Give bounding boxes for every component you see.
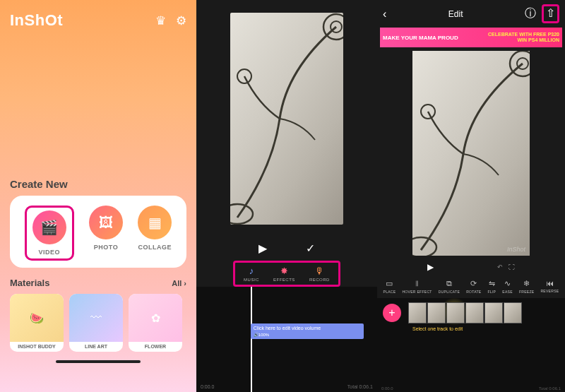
select-track-hint: Select one track to edit	[412, 326, 463, 331]
materials-all-link[interactable]: All ›	[172, 279, 186, 287]
tool-label: FLIP	[488, 290, 496, 294]
record-tab[interactable]: 🎙 RECORD	[309, 266, 330, 282]
svg-point-4	[510, 51, 530, 76]
share-button[interactable]: ⇧	[542, 4, 559, 23]
tool-rotate[interactable]: ⟳ROTATE	[466, 279, 481, 294]
material-card[interactable]: 〰 LINE ART	[69, 294, 123, 352]
ease-icon: ∿	[504, 279, 511, 288]
crown-icon[interactable]: ♛	[155, 13, 166, 28]
time-total: Total 0:06.1	[347, 384, 373, 389]
watermark: InShot	[507, 246, 525, 253]
help-icon[interactable]: ⓘ	[525, 6, 536, 21]
clip-thumb[interactable]	[408, 302, 427, 323]
effects-tab[interactable]: ✸ EFFECTS	[273, 266, 295, 282]
video-preview[interactable]	[196, 0, 377, 237]
volume-hint-track[interactable]: Click here to edit video volume 🔊100%	[251, 323, 364, 339]
create-photo-label: PHOTO	[94, 244, 118, 251]
tool-label: FREEZE	[519, 290, 535, 294]
tool-place[interactable]: ▭PLACE	[383, 279, 396, 294]
clip-thumb[interactable]	[446, 302, 465, 323]
clapper-icon: 🎬	[40, 219, 58, 236]
tool-label: PLACE	[383, 290, 396, 294]
create-video-button[interactable]: 🎬 VIDEO	[25, 206, 74, 261]
create-video-label: VIDEO	[38, 249, 60, 256]
music-icon: ♪	[249, 266, 254, 276]
music-tab-label: MUSIC	[244, 278, 259, 282]
reverse-icon: ⏮	[546, 279, 554, 287]
tool-label: REVERSE	[540, 289, 559, 293]
materials-row: 🍉 INSHOT BUDDY 〰 LINE ART ✿ FLOWER	[10, 294, 186, 352]
tool-freeze[interactable]: ❄FREEZE	[519, 279, 535, 294]
mic-icon: 🎙	[315, 266, 324, 276]
play-icon[interactable]: ▶	[427, 262, 434, 272]
create-collage-button[interactable]: ▦ COLLAGE	[138, 206, 172, 261]
time-total: Total 0:06.1	[539, 386, 561, 391]
material-caption: LINE ART	[69, 342, 123, 352]
preview-frame: InShot	[412, 51, 530, 256]
back-icon[interactable]: ‹	[383, 8, 386, 20]
material-thumb: 🍉	[10, 294, 64, 342]
collage-icon: ▦	[148, 214, 162, 231]
volume-hint-text: Click here to edit video volume	[254, 326, 321, 331]
clip-thumb[interactable]	[427, 302, 446, 323]
tool-label: DUPLICATE	[439, 290, 460, 294]
volume-value: 🔊100%	[254, 332, 361, 337]
tool-duplicate[interactable]: ⧉DUPLICATE	[439, 279, 460, 294]
video-preview[interactable]: InShot	[377, 47, 565, 259]
gear-icon[interactable]: ⚙	[176, 13, 186, 28]
ad-banner[interactable]: MAKE YOUR MAMA PROUD CELEBRATE WITH FREE…	[380, 28, 562, 47]
time-start: 0:00.0	[381, 386, 393, 391]
timeline[interactable]: + Select one track to edit 0:00.0 Total …	[377, 298, 565, 392]
tool-label: HOVER EFFECT	[402, 290, 432, 294]
create-new-heading: Create New	[10, 178, 186, 190]
tool-flip[interactable]: ⇋FLIP	[488, 279, 496, 294]
fullscreen-icon[interactable]: ⛶	[509, 263, 515, 271]
share-icon: ⇧	[546, 7, 555, 19]
add-button[interactable]: +	[383, 304, 401, 322]
material-caption: INSHOT BUDDY	[10, 342, 64, 352]
time-start: 0:00.0	[201, 384, 214, 389]
materials-heading: Materials	[10, 278, 49, 288]
undo-icon[interactable]: ↶	[497, 263, 503, 271]
tool-label: EASE	[502, 290, 513, 294]
tool-strip: ▭PLACE ⫴HOVER EFFECT ⧉DUPLICATE ⟳ROTATE …	[377, 275, 565, 298]
rotate-icon: ⟳	[470, 279, 477, 288]
clip-strip[interactable]	[408, 302, 522, 323]
create-collage-label: COLLAGE	[138, 244, 172, 251]
editor-edit-screen: ‹ Edit ⓘ ⇧ MAKE YOUR MAMA PROUD CELEBRAT…	[377, 0, 565, 392]
tool-label: ROTATE	[466, 290, 481, 294]
playhead[interactable]	[251, 287, 252, 392]
page-title: Edit	[448, 9, 463, 19]
sparkle-icon: ✸	[280, 266, 288, 276]
clip-thumb[interactable]	[465, 302, 484, 323]
home-indicator	[56, 360, 141, 363]
create-new-card: 🎬 VIDEO 🖼 PHOTO ▦ COLLAGE	[10, 196, 186, 268]
effects-tab-label: EFFECTS	[273, 278, 295, 282]
material-thumb: 〰	[69, 294, 123, 342]
timeline[interactable]: Click here to edit video volume 🔊100% 0:…	[196, 287, 377, 392]
clip-thumb[interactable]	[504, 302, 522, 323]
record-tab-label: RECORD	[309, 278, 330, 282]
music-tabs-highlight: ♪ MUSIC ✸ EFFECTS 🎙 RECORD	[233, 261, 340, 287]
music-tab[interactable]: ♪ MUSIC	[244, 266, 259, 282]
confirm-icon[interactable]: ✓	[306, 242, 315, 255]
preview-frame	[230, 13, 343, 225]
hover-icon: ⫴	[415, 279, 419, 288]
play-icon[interactable]: ▶	[258, 242, 267, 255]
tool-reverse[interactable]: ⏮REVERSE	[540, 279, 559, 294]
tool-hover[interactable]: ⫴HOVER EFFECT	[402, 279, 432, 294]
tool-ease[interactable]: ∿EASE	[502, 279, 513, 294]
material-thumb: ✿	[129, 294, 182, 342]
create-photo-button[interactable]: 🖼 PHOTO	[89, 206, 123, 261]
ad-text-r2: WIN PS4 MILLION	[518, 37, 560, 42]
material-card[interactable]: ✿ FLOWER	[129, 294, 182, 352]
place-icon: ▭	[386, 279, 393, 288]
material-caption: FLOWER	[129, 342, 182, 352]
duplicate-icon: ⧉	[446, 279, 452, 288]
svg-point-3	[230, 204, 253, 224]
app-logo: InShOt	[10, 11, 63, 30]
plus-icon: +	[388, 307, 395, 319]
home-screen: InShOt ♛ ⚙ Create New 🎬 VIDEO 🖼 PHOTO ▦ …	[0, 0, 196, 392]
clip-thumb[interactable]	[484, 302, 503, 323]
material-card[interactable]: 🍉 INSHOT BUDDY	[10, 294, 64, 352]
